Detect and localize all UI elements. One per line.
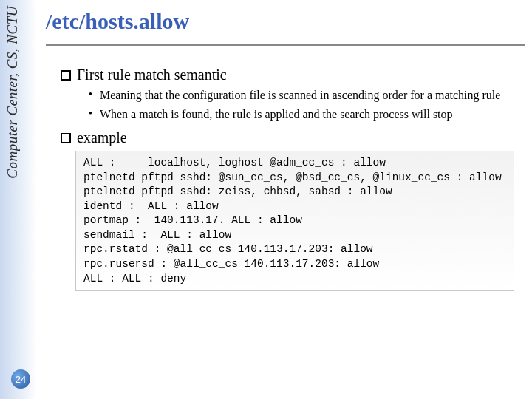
square-bullet-icon [61, 70, 71, 81]
section-heading-1-text: First rule match semantic [77, 66, 227, 83]
bullet-item: • Meaning that the configuration file is… [89, 88, 517, 103]
dot-bullet-icon: • [89, 107, 92, 120]
slide-title: /etc/hosts.allow [46, 9, 525, 34]
section-heading-2: example [61, 129, 525, 146]
bullet-text: When a match is found, the rule is appli… [100, 107, 453, 122]
dot-bullet-icon: • [89, 88, 92, 101]
section-heading-1: First rule match semantic [61, 66, 525, 83]
bullet-text: Meaning that the configuration file is s… [100, 88, 500, 103]
page-number-badge: 24 [11, 369, 30, 389]
bullet-list-1: • Meaning that the configuration file is… [89, 88, 517, 122]
title-divider [46, 44, 525, 46]
code-example-block: ALL : localhost, loghost @adm_cc_cs : al… [75, 151, 514, 291]
bullet-item: • When a match is found, the rule is app… [89, 107, 517, 122]
main-content: /etc/hosts.allow First rule match semant… [46, 0, 525, 291]
sidebar-org-text: Computer Center, CS, NCTU [4, 6, 21, 179]
sidebar: Computer Center, CS, NCTU [0, 0, 37, 399]
square-bullet-icon [61, 133, 71, 143]
section-heading-2-text: example [77, 129, 127, 146]
